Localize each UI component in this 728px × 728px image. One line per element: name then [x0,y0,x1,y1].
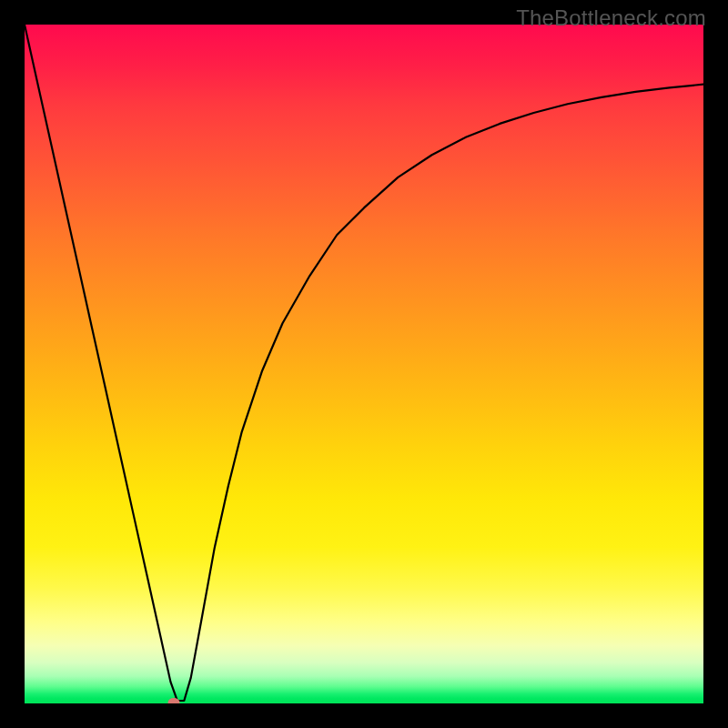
optimal-point-marker [168,698,180,704]
curve-svg [25,25,703,703]
plot-area [25,25,703,703]
chart-container: TheBottleneck.com [0,0,728,728]
bottleneck-curve [25,25,703,701]
watermark-label: TheBottleneck.com [516,5,706,31]
